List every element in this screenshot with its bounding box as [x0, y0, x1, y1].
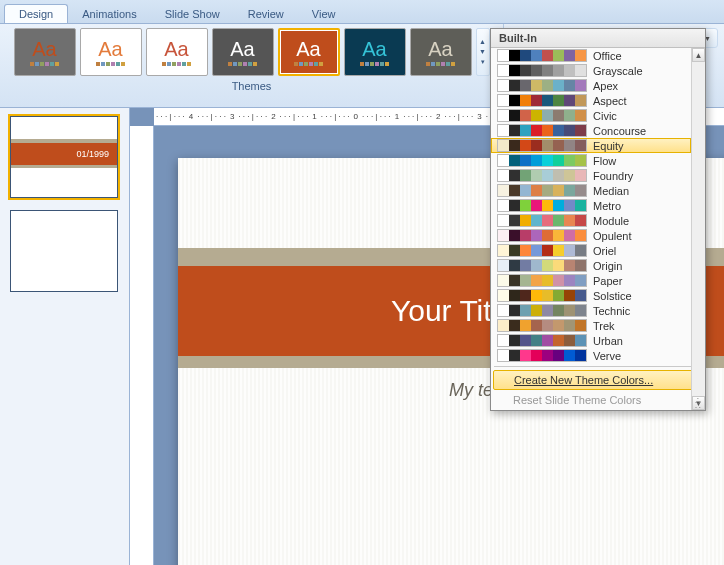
color-scheme-label: Flow	[593, 155, 616, 167]
tab-review[interactable]: Review	[234, 5, 298, 23]
swatch-strip	[497, 319, 587, 332]
color-scheme-opulent[interactable]: Opulent	[491, 228, 691, 243]
color-scheme-label: Urban	[593, 335, 623, 347]
color-scheme-module[interactable]: Module	[491, 213, 691, 228]
swatch-strip	[497, 109, 587, 122]
color-scheme-label: Oriel	[593, 245, 616, 257]
color-scheme-label: Opulent	[593, 230, 632, 242]
swatch-strip	[497, 304, 587, 317]
scrollbar[interactable]: ▲ ▼	[691, 48, 705, 410]
theme-thumbnail[interactable]: Aa	[146, 28, 208, 76]
color-scheme-label: Grayscale	[593, 65, 643, 77]
swatch-strip	[497, 79, 587, 92]
swatch-strip	[497, 94, 587, 107]
theme-thumbnail[interactable]: Aa	[14, 28, 76, 76]
swatch-strip	[497, 139, 587, 152]
swatch-strip	[497, 349, 587, 362]
color-scheme-label: Technic	[593, 305, 630, 317]
swatch-strip	[497, 214, 587, 227]
swatch-strip	[497, 259, 587, 272]
color-scheme-apex[interactable]: Apex	[491, 78, 691, 93]
color-scheme-label: Aspect	[593, 95, 627, 107]
reset-slide-theme-colors: Reset Slide Theme Colors	[491, 390, 705, 410]
theme-thumbnail[interactable]: Aa	[212, 28, 274, 76]
themes-group-label: Themes	[232, 80, 272, 92]
color-scheme-label: Module	[593, 215, 629, 227]
color-scheme-origin[interactable]: Origin	[491, 258, 691, 273]
swatch-strip	[497, 289, 587, 302]
swatch-strip	[497, 49, 587, 62]
thumb-title-frag: 01/1999	[76, 149, 109, 159]
tab-view[interactable]: View	[298, 5, 350, 23]
color-scheme-urban[interactable]: Urban	[491, 333, 691, 348]
tab-design[interactable]: Design	[4, 4, 68, 23]
color-scheme-label: Verve	[593, 350, 621, 362]
color-scheme-label: Metro	[593, 200, 621, 212]
color-scheme-label: Origin	[593, 260, 622, 272]
colors-dropdown: Built-In OfficeGrayscaleApexAspectCivicC…	[490, 28, 706, 411]
slide-thumbnail-1[interactable]: 01/1999	[10, 116, 118, 198]
swatch-strip	[497, 274, 587, 287]
color-scheme-solstice[interactable]: Solstice	[491, 288, 691, 303]
colors-dropdown-header: Built-In	[491, 29, 705, 48]
color-scheme-paper[interactable]: Paper	[491, 273, 691, 288]
swatch-strip	[497, 154, 587, 167]
themes-group: AaAaAaAaAaAaAa▲▼▾ Themes	[0, 24, 504, 107]
color-scheme-foundry[interactable]: Foundry	[491, 168, 691, 183]
swatch-strip	[497, 244, 587, 257]
swatch-strip	[497, 229, 587, 242]
vertical-ruler	[130, 126, 154, 565]
color-scheme-metro[interactable]: Metro	[491, 198, 691, 213]
swatch-strip	[497, 184, 587, 197]
color-scheme-label: Concourse	[593, 125, 646, 137]
color-scheme-aspect[interactable]: Aspect	[491, 93, 691, 108]
color-scheme-label: Solstice	[593, 290, 632, 302]
color-scheme-trek[interactable]: Trek	[491, 318, 691, 333]
swatch-strip	[497, 64, 587, 77]
swatch-strip	[497, 199, 587, 212]
color-scheme-equity[interactable]: Equity	[491, 138, 691, 153]
color-scheme-verve[interactable]: Verve	[491, 348, 691, 363]
color-scheme-label: Office	[593, 50, 622, 62]
color-scheme-civic[interactable]: Civic	[491, 108, 691, 123]
color-scheme-label: Civic	[593, 110, 617, 122]
color-scheme-technic[interactable]: Technic	[491, 303, 691, 318]
color-scheme-label: Paper	[593, 275, 622, 287]
theme-thumbnail[interactable]: Aa	[410, 28, 472, 76]
color-scheme-grayscale[interactable]: Grayscale	[491, 63, 691, 78]
create-new-theme-colors[interactable]: Create New Theme Colors...	[493, 370, 703, 390]
color-scheme-office[interactable]: Office	[491, 48, 691, 63]
color-scheme-concourse[interactable]: Concourse	[491, 123, 691, 138]
color-scheme-label: Equity	[593, 140, 624, 152]
swatch-strip	[497, 124, 587, 137]
slide-thumbnail-pane[interactable]: 01/1999	[0, 108, 130, 565]
tab-slide-show[interactable]: Slide Show	[151, 5, 234, 23]
resize-grip[interactable]: ∴∴	[695, 399, 703, 409]
color-scheme-label: Apex	[593, 80, 618, 92]
color-scheme-label: Trek	[593, 320, 615, 332]
swatch-strip	[497, 169, 587, 182]
themes-more-button[interactable]: ▲▼▾	[476, 28, 490, 76]
color-scheme-label: Foundry	[593, 170, 633, 182]
tab-animations[interactable]: Animations	[68, 5, 150, 23]
theme-thumbnail[interactable]: Aa	[344, 28, 406, 76]
theme-thumbnail[interactable]: Aa	[80, 28, 142, 76]
color-scheme-oriel[interactable]: Oriel	[491, 243, 691, 258]
swatch-strip	[497, 334, 587, 347]
slide-thumbnail-2[interactable]	[10, 210, 118, 292]
theme-thumbnail[interactable]: Aa	[278, 28, 340, 76]
color-scheme-median[interactable]: Median	[491, 183, 691, 198]
color-scheme-label: Median	[593, 185, 629, 197]
arrow-up-icon[interactable]: ▲	[692, 48, 705, 62]
color-scheme-flow[interactable]: Flow	[491, 153, 691, 168]
